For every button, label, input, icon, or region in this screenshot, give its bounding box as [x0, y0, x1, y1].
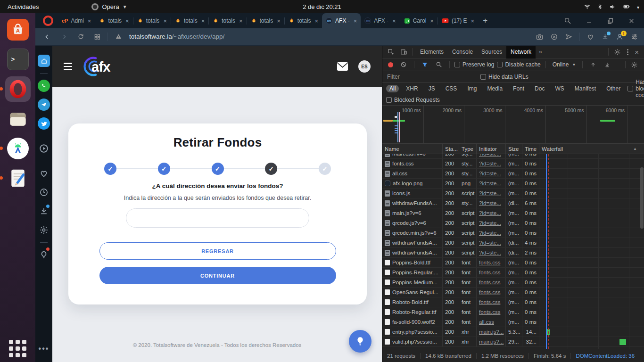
- network-request-row[interactable]: all.css200sty...?id=ste...(m...0 ms: [382, 169, 644, 179]
- tab-close-icon[interactable]: ×: [314, 17, 319, 25]
- sidebar-downloads-icon[interactable]: [35, 202, 52, 221]
- type-filter-media[interactable]: Media: [484, 85, 506, 92]
- profile-icon[interactable]: !: [616, 33, 624, 41]
- tab-close-icon[interactable]: ×: [429, 17, 434, 25]
- reload-icon[interactable]: [75, 33, 87, 40]
- site-warning-icon[interactable]: [113, 33, 124, 40]
- tab-close-icon[interactable]: ×: [353, 17, 357, 25]
- clear-icon[interactable]: [398, 61, 409, 68]
- caret-down-icon[interactable]: ▾: [637, 3, 639, 10]
- initiator-link[interactable]: fonts.css: [479, 289, 500, 295]
- sidebar-bookmarks-heart-icon[interactable]: [35, 164, 52, 183]
- initiator-link[interactable]: ?id=ste...: [479, 220, 501, 226]
- import-har-icon[interactable]: [587, 61, 599, 68]
- dock-item-terminal[interactable]: >_: [5, 47, 31, 72]
- network-request-row[interactable]: Roboto-Bold.ttf200fontfonts.css(m...0 ms: [382, 297, 644, 307]
- tab-close-icon[interactable]: ×: [200, 17, 205, 25]
- afx-logo[interactable]: afx: [81, 53, 124, 80]
- hide-data-urls-checkbox[interactable]: Hide data URLs: [480, 74, 528, 80]
- close-icon[interactable]: [626, 17, 637, 25]
- disable-cache-checkbox[interactable]: Disable cache: [497, 61, 540, 68]
- inspect-element-icon[interactable]: [385, 49, 397, 56]
- vertical-scrollbar[interactable]: [640, 167, 644, 229]
- initiator-link[interactable]: ?id=ste...: [479, 190, 501, 196]
- tab-close-icon[interactable]: ×: [391, 17, 396, 25]
- network-request-row[interactable]: Poppins-Regular....200fontfonts.css(m...…: [382, 268, 644, 278]
- search-icon[interactable]: [561, 17, 574, 25]
- network-request-row[interactable]: qrcode.js?v=6200script?id=ste...(m...0 m…: [382, 218, 644, 228]
- tab-close-icon[interactable]: ×: [124, 17, 129, 25]
- device-toolbar-icon[interactable]: [398, 49, 410, 56]
- sidebar-more-dots-icon[interactable]: •••: [35, 339, 52, 358]
- network-request-row[interactable]: withdrawFundsA...200sty...?id=ste...(di.…: [382, 198, 644, 208]
- forward-icon[interactable]: [58, 33, 70, 41]
- type-filter-other[interactable]: Other: [603, 85, 624, 92]
- sidebar-lightbulb-icon[interactable]: [35, 246, 52, 264]
- sidebar-whatsapp-icon[interactable]: [35, 76, 52, 95]
- devtools-tab-sources[interactable]: Sources: [477, 46, 506, 58]
- network-request-row[interactable]: qrcode.min.js?v=6200script?id=ste...(m..…: [382, 228, 644, 238]
- url-field[interactable]: totalsoftware.la/~afxuser/dev/app/: [129, 33, 531, 40]
- column-header-type[interactable]: Type: [459, 144, 477, 154]
- heart-icon[interactable]: [586, 33, 594, 41]
- initiator-link[interactable]: ?id=ste...: [479, 240, 501, 246]
- new-tab-button[interactable]: +: [478, 16, 492, 25]
- column-header-sta[interactable]: Sta...: [443, 144, 459, 154]
- initiator-link[interactable]: ?id=ste...: [479, 230, 501, 236]
- hamburger-menu-icon[interactable]: [64, 63, 72, 70]
- column-header-time[interactable]: Time: [522, 144, 539, 154]
- dock-item-gedit[interactable]: [5, 165, 31, 191]
- sidebar-telegram-icon[interactable]: [35, 95, 52, 114]
- column-header-name[interactable]: Name: [382, 144, 443, 154]
- system-tray[interactable]: ▾: [583, 3, 644, 10]
- browser-tab[interactable]: totals×: [247, 13, 284, 28]
- initiator-link[interactable]: ?id=ste...: [479, 154, 501, 156]
- minimize-icon[interactable]: [583, 17, 595, 25]
- browser-tab[interactable]: (17) E×: [438, 13, 478, 28]
- tab-close-icon[interactable]: ×: [162, 17, 167, 25]
- network-request-row[interactable]: afx-logo.png200png?id=ste...(m...0 ms: [382, 179, 644, 189]
- export-har-icon[interactable]: [602, 61, 613, 68]
- initiator-link[interactable]: ?id=ste...: [479, 250, 501, 255]
- wizard-step-1-done[interactable]: ✓: [104, 163, 116, 175]
- initiator-link[interactable]: fonts.css: [479, 299, 500, 305]
- type-filter-manifest[interactable]: Manifest: [571, 85, 599, 92]
- devtools-tab-console[interactable]: Console: [448, 46, 477, 58]
- browser-tab[interactable]: totals×: [285, 13, 322, 28]
- downloads-icon[interactable]: [601, 33, 609, 41]
- devtools-tab-elements[interactable]: Elements: [416, 46, 448, 58]
- initiator-link[interactable]: main.js?...: [479, 339, 504, 345]
- tab-close-icon[interactable]: ×: [276, 17, 281, 25]
- ad-blocker-icon[interactable]: [550, 33, 558, 41]
- network-request-row[interactable]: valid.php?sessio...200xhrmain.js?...29..…: [382, 337, 644, 347]
- throttling-dropdown[interactable]: Online▼: [551, 61, 578, 68]
- browser-tab[interactable]: totals×: [133, 13, 171, 28]
- initiator-link[interactable]: fonts.css: [479, 309, 500, 315]
- network-request-row[interactable]: Poppins-Bold.ttf200fontfonts.css(m...0 m…: [382, 258, 644, 268]
- speed-dial-icon[interactable]: [91, 33, 103, 40]
- battery-icon[interactable]: [622, 3, 631, 10]
- search-icon[interactable]: [433, 61, 445, 68]
- type-filter-js[interactable]: JS: [425, 85, 438, 92]
- dock-item-ubuntu-software[interactable]: A: [5, 17, 31, 42]
- network-request-row[interactable]: Poppins-Medium...200fontfonts.css(m...0 …: [382, 278, 644, 288]
- network-request-row[interactable]: fonts.css200sty...?id=ste...(m...0 ms: [382, 159, 644, 169]
- type-filter-xhr[interactable]: XHR: [403, 85, 421, 92]
- wizard-step-5-pending[interactable]: ✓: [319, 163, 331, 175]
- camera-icon[interactable]: [536, 33, 544, 41]
- initiator-link[interactable]: ?id=ste...: [479, 181, 501, 186]
- browser-tab[interactable]: afxAFX -×: [361, 13, 399, 28]
- sidebar-speed-dial-icon[interactable]: [35, 51, 52, 70]
- wifi-icon[interactable]: [583, 3, 591, 10]
- devtools-settings-gear-icon[interactable]: [611, 49, 623, 56]
- browser-tab-active[interactable]: afxAFX -×: [322, 13, 361, 28]
- filter-input[interactable]: [386, 73, 476, 81]
- more-tabs-icon[interactable]: »: [537, 49, 545, 55]
- type-filter-font[interactable]: Font: [510, 85, 528, 92]
- network-request-row[interactable]: OpenSans-Regul...200fontfonts.css(m...0 …: [382, 288, 644, 297]
- network-request-row[interactable]: icons.js200script?id=ste...(m...0 ms: [382, 189, 644, 198]
- continue-button[interactable]: CONTINUAR: [99, 267, 336, 284]
- browser-tab[interactable]: cPAdmi×: [58, 13, 95, 28]
- network-request-row[interactable]: main.css?v=6200sty...?id=ste...(m...0 ms: [382, 154, 644, 159]
- blocked-requests-checkbox[interactable]: Blocked Requests: [386, 97, 440, 103]
